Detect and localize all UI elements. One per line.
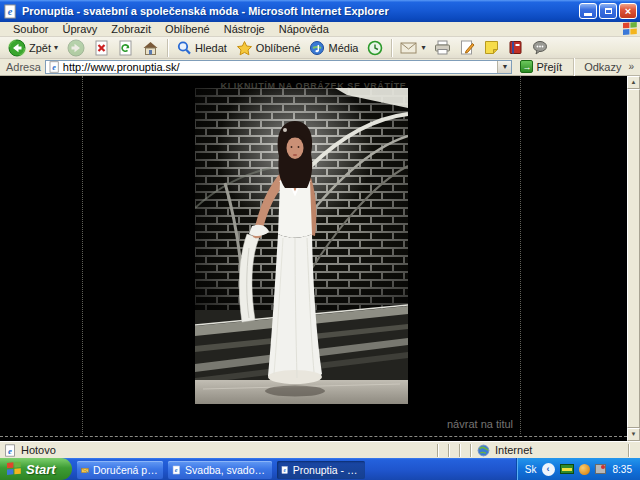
browser-viewport: KLIKNUTÍM NA OBRÁZEK SE VRÁTÍTE xyxy=(0,76,640,441)
volume-tray-icon[interactable] xyxy=(595,464,606,474)
minimize-button[interactable] xyxy=(579,3,597,19)
back-label: Zpět xyxy=(29,42,51,54)
tray-collapse-chevron-icon[interactable]: ‹ xyxy=(542,463,555,476)
task-label: Svadba, svadobné ša... xyxy=(185,464,268,476)
links-chevron-icon[interactable]: » xyxy=(628,61,636,72)
status-pane xyxy=(437,444,448,457)
address-bar: Adresa e ▼ → Přejít Odkazy » xyxy=(0,59,640,76)
mail-button[interactable]: ▾ xyxy=(396,40,429,56)
back-button[interactable]: Zpět ▾ xyxy=(4,38,62,58)
refresh-button[interactable] xyxy=(114,39,137,57)
taskbar-clock[interactable]: 8:35 xyxy=(613,464,632,475)
address-label: Adresa xyxy=(6,61,41,73)
windows-flag-icon xyxy=(6,462,22,476)
address-field: e ▼ xyxy=(45,60,513,74)
print-button[interactable] xyxy=(430,39,455,56)
messenger-book-button[interactable] xyxy=(504,39,527,56)
menu-zobrazit[interactable]: Zobrazit xyxy=(104,23,158,35)
menu-bar: Soubor Úpravy Zobrazit Oblíbené Nástroje… xyxy=(0,22,640,37)
outlook-express-icon xyxy=(81,465,89,476)
svg-text:e: e xyxy=(52,63,56,72)
menu-nastroje[interactable]: Nástroje xyxy=(217,23,272,35)
menu-oblibene[interactable]: Oblíbené xyxy=(158,23,217,35)
system-tray: Sk ‹ 8:35 xyxy=(516,458,640,480)
antivirus-tray-icon[interactable] xyxy=(560,464,574,474)
svg-text:e: e xyxy=(175,466,178,473)
bride-photo[interactable] xyxy=(195,88,408,404)
notes-icon xyxy=(484,40,499,55)
history-button[interactable] xyxy=(363,39,387,57)
return-link[interactable]: návrat na titul xyxy=(447,418,513,430)
back-icon xyxy=(8,39,26,57)
status-pane xyxy=(628,444,640,457)
table-border-bottom xyxy=(0,436,627,437)
home-button[interactable] xyxy=(138,39,163,57)
edit-button[interactable] xyxy=(456,39,479,56)
svg-text:e: e xyxy=(8,445,12,455)
stop-icon xyxy=(94,40,109,56)
status-pane xyxy=(459,444,470,457)
edit-icon xyxy=(460,40,475,55)
status-text: Hotovo xyxy=(21,444,56,456)
messenger-balloon-button[interactable] xyxy=(528,39,552,56)
table-border-left xyxy=(82,76,83,434)
address-input[interactable] xyxy=(63,61,498,73)
task-label: Pronuptia - svatební ... xyxy=(293,464,361,476)
search-icon xyxy=(176,40,192,56)
mail-dropdown-icon[interactable]: ▾ xyxy=(421,43,425,52)
go-arrow-icon: → xyxy=(520,60,533,73)
start-button[interactable]: Start xyxy=(0,458,72,480)
forward-icon xyxy=(67,39,85,57)
address-dropdown-icon[interactable]: ▼ xyxy=(497,61,511,73)
mail-icon xyxy=(400,41,418,55)
messenger-orb-tray-icon[interactable] xyxy=(579,464,590,475)
title-bar: e Pronuptia - svatební a společenská mód… xyxy=(0,0,640,22)
start-label: Start xyxy=(26,462,56,477)
vertical-scrollbar[interactable]: ▲ ▼ xyxy=(627,76,640,441)
history-icon xyxy=(367,40,383,56)
media-button[interactable]: Média xyxy=(305,39,362,57)
favorites-button[interactable]: Oblíbené xyxy=(232,39,305,57)
windows-logo-icon xyxy=(622,22,638,36)
menu-soubor[interactable]: Soubor xyxy=(6,23,55,35)
scroll-up-icon[interactable]: ▲ xyxy=(627,76,640,89)
forward-button[interactable] xyxy=(63,38,89,58)
media-label: Média xyxy=(328,42,358,54)
media-icon xyxy=(309,40,325,56)
ie-page-icon: e xyxy=(48,61,61,73)
home-icon xyxy=(142,40,159,56)
stop-button[interactable] xyxy=(90,39,113,57)
menu-napoveda[interactable]: Nápověda xyxy=(272,23,336,35)
notes-button[interactable] xyxy=(480,39,503,56)
favorites-label: Oblíbené xyxy=(256,42,301,54)
search-button[interactable]: Hledat xyxy=(172,39,231,57)
svg-text:e: e xyxy=(8,6,13,17)
messenger-book-icon xyxy=(508,40,523,55)
zone-text: Internet xyxy=(495,444,532,456)
taskbar-item-mail[interactable]: Doručená pošta - Mic... xyxy=(77,461,163,479)
taskbar-item-pronuptia[interactable]: e Pronuptia - svatební ... xyxy=(277,461,365,479)
internet-explorer-icon: e xyxy=(172,464,181,476)
internet-globe-icon xyxy=(477,444,490,457)
status-ready-pane: e Hotovo xyxy=(0,444,437,457)
window-title: Pronuptia - svatební a společenská móda … xyxy=(22,5,579,17)
scroll-down-icon[interactable]: ▼ xyxy=(627,428,640,441)
status-pane xyxy=(448,444,459,457)
taskbar-item-svadba[interactable]: e Svadba, svadobné ša... xyxy=(168,461,272,479)
go-button[interactable]: → Přejít xyxy=(516,60,566,73)
messenger-balloon-icon xyxy=(532,40,548,55)
close-button[interactable]: × xyxy=(619,3,637,19)
toolbar-separator xyxy=(391,39,392,57)
status-zone-pane: Internet xyxy=(470,444,628,457)
language-indicator[interactable]: Sk xyxy=(525,464,537,475)
menu-upravy[interactable]: Úpravy xyxy=(55,23,104,35)
ie-page-icon: e xyxy=(4,444,17,457)
print-icon xyxy=(434,40,451,55)
links-label[interactable]: Odkazy xyxy=(581,61,624,73)
restore-button[interactable] xyxy=(599,3,617,19)
scrollbar-thumb[interactable] xyxy=(627,89,640,428)
back-dropdown-icon[interactable]: ▾ xyxy=(54,43,58,52)
go-label: Přejít xyxy=(536,61,562,73)
refresh-icon xyxy=(118,40,133,56)
address-separator xyxy=(573,58,574,76)
